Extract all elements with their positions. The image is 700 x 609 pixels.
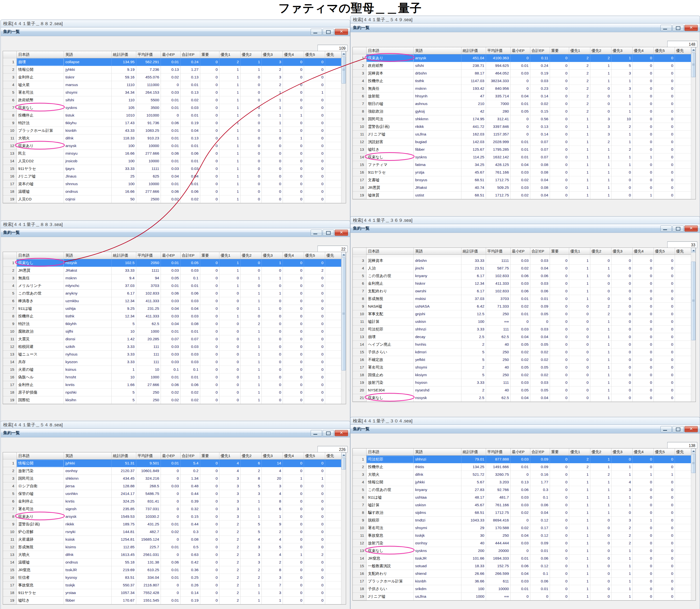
- row-number-cell[interactable]: 4: [353, 264, 366, 272]
- value-cell[interactable]: 231.25: [136, 305, 161, 313]
- english-cell[interactable]: tsskjk: [414, 532, 461, 539]
- value-cell[interactable]: 1: [219, 127, 241, 135]
- value-cell[interactable]: 0: [590, 272, 612, 280]
- value-cell[interactable]: 0: [283, 150, 304, 157]
- value-cell[interactable]: 0: [550, 138, 569, 146]
- value-cell[interactable]: 1: [569, 280, 590, 288]
- value-cell[interactable]: 0: [283, 589, 304, 597]
- value-cell[interactable]: 0: [612, 333, 633, 341]
- japanese-cell[interactable]: JR窒息: [366, 555, 414, 562]
- english-cell[interactable]: shkkmn: [64, 475, 112, 482]
- value-cell[interactable]: 0: [550, 356, 569, 364]
- value-cell[interactable]: 0: [283, 89, 304, 97]
- value-cell[interactable]: 5: [112, 396, 136, 404]
- value-cell[interactable]: 40: [486, 341, 511, 348]
- table-row[interactable]: 4ロシア自衛jiersa128.88268.50.030.48035300: [3, 482, 346, 490]
- table-row[interactable]: 19Jリニア嘘usJlna1000+∞00010100: [353, 593, 696, 601]
- value-cell[interactable]: 1: [590, 456, 612, 463]
- value-cell[interactable]: 0.03: [511, 257, 530, 264]
- value-cell[interactable]: 0.03: [511, 539, 530, 547]
- value-cell[interactable]: 0: [161, 505, 181, 513]
- table-row[interactable]: 15一般教書演説sotuad18.33152.750.060.12010100: [353, 562, 696, 570]
- value-cell[interactable]: 1: [590, 494, 612, 501]
- value-cell[interactable]: 2: [569, 77, 590, 85]
- value-cell[interactable]: 0.42: [181, 559, 200, 566]
- value-cell[interactable]: 0: [241, 111, 262, 119]
- scroll-up-button[interactable]: [341, 252, 346, 257]
- value-cell[interactable]: 1: [241, 381, 262, 389]
- value-cell[interactable]: 0: [283, 459, 304, 467]
- value-cell[interactable]: 5: [241, 521, 262, 528]
- maximize-button[interactable]: [323, 430, 334, 436]
- value-cell[interactable]: 250: [486, 310, 511, 318]
- value-cell[interactable]: 1: [612, 463, 633, 471]
- table-row[interactable]: 13大噴火difnk1613.452561.03100.63023412: [3, 551, 346, 559]
- value-cell[interactable]: 0.01: [161, 127, 181, 135]
- japanese-cell[interactable]: 温暖嘘: [17, 188, 64, 195]
- value-cell[interactable]: 0.44: [181, 521, 200, 528]
- row-number-cell[interactable]: 6: [3, 97, 17, 104]
- value-cell[interactable]: 0: [550, 386, 569, 394]
- value-cell[interactable]: 0: [511, 115, 530, 123]
- row-number-cell[interactable]: 1: [3, 259, 17, 267]
- english-cell[interactable]: arsysk: [64, 142, 112, 150]
- japanese-cell[interactable]: 朝日の嘘: [366, 100, 414, 108]
- value-cell[interactable]: [675, 85, 691, 92]
- value-cell[interactable]: 0.01: [161, 58, 181, 66]
- value-cell[interactable]: [325, 597, 341, 604]
- japanese-cell[interactable]: 嘘吐き: [17, 597, 64, 604]
- value-cell[interactable]: 0: [511, 123, 530, 130]
- row-number-cell[interactable]: 10: [353, 310, 366, 318]
- value-cell[interactable]: 0: [633, 280, 654, 288]
- value-cell[interactable]: 0: [612, 257, 633, 264]
- row-number-cell[interactable]: 16: [3, 574, 17, 581]
- value-cell[interactable]: 33.33: [461, 257, 486, 264]
- japanese-cell[interactable]: JR悪質: [17, 267, 64, 274]
- value-cell[interactable]: [675, 333, 691, 341]
- japanese-cell[interactable]: Jリニア嘘: [17, 173, 64, 180]
- value-cell[interactable]: 0.02: [161, 389, 181, 396]
- value-cell[interactable]: 4: [241, 536, 262, 543]
- value-cell[interactable]: 111: [136, 343, 161, 351]
- value-cell[interactable]: 0: [262, 351, 283, 358]
- table-row[interactable]: 1崩壊collapse134.95562.2910.010.24021300: [3, 58, 346, 66]
- value-cell[interactable]: 0: [550, 394, 569, 402]
- value-cell[interactable]: 0: [283, 536, 304, 543]
- row-number-cell[interactable]: 5: [3, 89, 17, 97]
- english-cell[interactable]: tisthk: [414, 77, 461, 85]
- value-cell[interactable]: 0: [283, 195, 304, 203]
- value-cell[interactable]: [675, 478, 691, 486]
- value-cell[interactable]: 0: [654, 123, 675, 130]
- value-cell[interactable]: 0.06: [530, 501, 550, 509]
- value-cell[interactable]: 40: [486, 386, 511, 394]
- value-cell[interactable]: 0: [200, 343, 219, 351]
- japanese-cell[interactable]: この世あの世: [366, 486, 414, 494]
- value-cell[interactable]: 3: [241, 543, 262, 551]
- value-cell[interactable]: 0: [304, 559, 325, 566]
- vertical-scrollbar[interactable]: [691, 449, 696, 601]
- value-cell[interactable]: 15685.124: [136, 536, 161, 543]
- row-number-cell[interactable]: 1: [3, 459, 17, 467]
- value-cell[interactable]: 2: [219, 536, 241, 543]
- value-cell[interactable]: 0: [633, 333, 654, 341]
- value-cell[interactable]: 0: [654, 547, 675, 555]
- value-cell[interactable]: 250: [486, 371, 511, 379]
- column-header[interactable]: 優先5: [654, 248, 675, 255]
- value-cell[interactable]: 0: [262, 173, 283, 180]
- column-header[interactable]: 優先: [675, 449, 691, 456]
- value-cell[interactable]: 0: [633, 577, 654, 585]
- value-cell[interactable]: 0.01: [161, 328, 181, 335]
- value-cell[interactable]: 0.03: [181, 267, 200, 274]
- table-row[interactable]: 1収束ありarsysk451.044100.36300.11022100: [353, 54, 696, 62]
- close-button[interactable]: ✕: [335, 29, 348, 35]
- value-cell[interactable]: 1: [654, 471, 675, 478]
- table-row[interactable]: 5保管の嘘usnhkn2414.175486.7500.44033400: [3, 490, 346, 498]
- value-cell[interactable]: 9.4: [112, 274, 136, 282]
- value-cell[interactable]: 0: [590, 517, 612, 524]
- value-cell[interactable]: 264.153: [136, 89, 161, 97]
- value-cell[interactable]: 0: [511, 517, 530, 524]
- english-cell[interactable]: cojnsi: [64, 195, 112, 203]
- value-cell[interactable]: [675, 577, 691, 585]
- value-cell[interactable]: 0: [633, 341, 654, 348]
- japanese-cell[interactable]: NASA嘘: [366, 303, 414, 310]
